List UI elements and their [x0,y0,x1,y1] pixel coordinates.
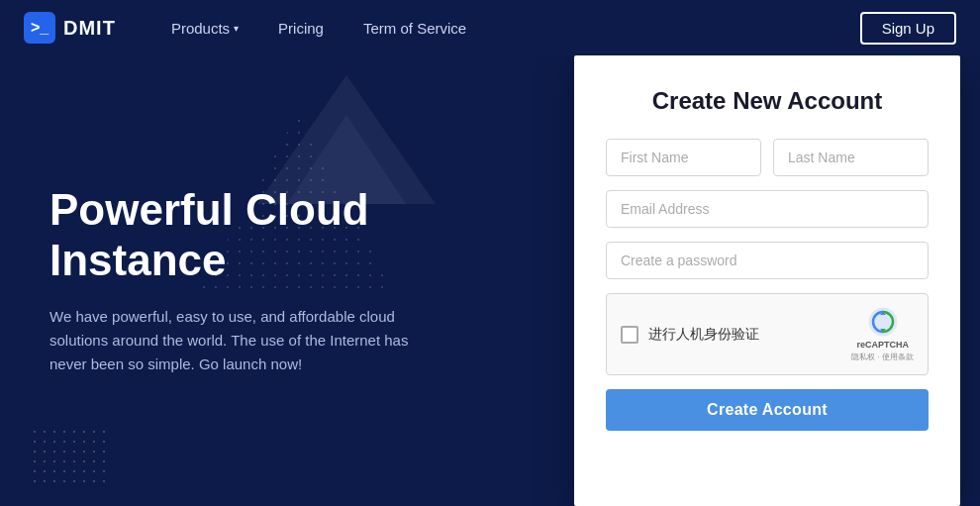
recaptcha-brand-label: reCAPTCHA [856,340,909,350]
logo-text: DMIT [63,17,116,40]
form-title: Create New Account [606,87,929,115]
email-input[interactable] [606,190,929,228]
hero-section: Powerful Cloud Instance We have powerful… [0,55,554,506]
last-name-input[interactable] [773,139,929,176]
logo-icon: >_ [24,12,55,44]
captcha-checkbox[interactable] [621,326,638,344]
captcha-label: 进行人机身份验证 [648,326,759,344]
navbar: >_ DMIT Products ▾ Pricing Term of Servi… [0,0,980,55]
email-group [606,190,929,228]
recaptcha-logo-icon [867,306,899,338]
signup-button[interactable]: Sign Up [860,12,956,45]
nav-tos[interactable]: Term of Service [347,12,482,45]
recaptcha-links: 隐私权 · 使用条款 [851,352,914,362]
logo-area: >_ DMIT [24,12,116,44]
captcha-box: 进行人机身份验证 reCAPTCHA 隐私权 · 使用条款 [606,293,929,375]
captcha-right: reCAPTCHA 隐私权 · 使用条款 [851,306,914,362]
create-account-button[interactable]: Create Account [606,389,929,431]
hero-description: We have powerful, easy to use, and affor… [49,305,426,376]
form-section: Create New Account 进行人机身份验证 [554,55,980,506]
chevron-down-icon: ▾ [234,23,239,34]
hero-content: Powerful Cloud Instance We have powerful… [49,185,505,376]
signup-form-card: Create New Account 进行人机身份验证 [574,55,960,506]
captcha-left: 进行人机身份验证 [621,326,759,344]
nav-links: Products ▾ Pricing Term of Service [155,12,860,45]
password-group [606,242,929,279]
main-content: Powerful Cloud Instance We have powerful… [0,55,980,506]
password-input[interactable] [606,242,929,279]
nav-pricing[interactable]: Pricing [262,12,340,45]
first-name-input[interactable] [606,139,761,176]
nav-right: Sign Up [860,12,956,45]
name-row [606,139,929,176]
hero-title: Powerful Cloud Instance [49,185,505,285]
nav-products[interactable]: Products ▾ [155,12,254,45]
first-name-field [606,139,761,176]
last-name-field [773,139,929,176]
dots-bottom-left-decoration [30,427,109,486]
